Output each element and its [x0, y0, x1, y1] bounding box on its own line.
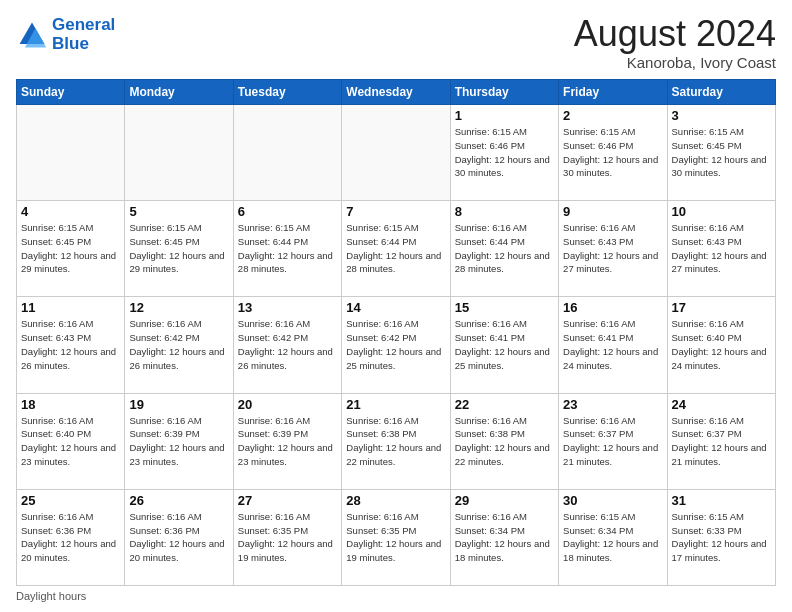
- day-number: 19: [129, 397, 228, 412]
- page: General Blue August 2024 Kanoroba, Ivory…: [0, 0, 792, 612]
- day-number: 7: [346, 204, 445, 219]
- day-info: Sunrise: 6:16 AM Sunset: 6:38 PM Dayligh…: [346, 414, 445, 469]
- calendar-week-2: 4Sunrise: 6:15 AM Sunset: 6:45 PM Daylig…: [17, 201, 776, 297]
- col-tuesday: Tuesday: [233, 80, 341, 105]
- calendar-cell: 10Sunrise: 6:16 AM Sunset: 6:43 PM Dayli…: [667, 201, 775, 297]
- header: General Blue August 2024 Kanoroba, Ivory…: [16, 16, 776, 71]
- footer: Daylight hours: [16, 590, 776, 602]
- calendar-cell: 3Sunrise: 6:15 AM Sunset: 6:45 PM Daylig…: [667, 105, 775, 201]
- calendar-cell: 20Sunrise: 6:16 AM Sunset: 6:39 PM Dayli…: [233, 393, 341, 489]
- day-info: Sunrise: 6:15 AM Sunset: 6:44 PM Dayligh…: [238, 221, 337, 276]
- calendar-cell: 31Sunrise: 6:15 AM Sunset: 6:33 PM Dayli…: [667, 489, 775, 585]
- calendar-cell: 8Sunrise: 6:16 AM Sunset: 6:44 PM Daylig…: [450, 201, 558, 297]
- day-info: Sunrise: 6:16 AM Sunset: 6:36 PM Dayligh…: [21, 510, 120, 565]
- logo-icon: [16, 19, 48, 51]
- calendar-cell: 7Sunrise: 6:15 AM Sunset: 6:44 PM Daylig…: [342, 201, 450, 297]
- day-number: 9: [563, 204, 662, 219]
- col-monday: Monday: [125, 80, 233, 105]
- calendar-cell: 16Sunrise: 6:16 AM Sunset: 6:41 PM Dayli…: [559, 297, 667, 393]
- day-number: 8: [455, 204, 554, 219]
- calendar-cell: 19Sunrise: 6:16 AM Sunset: 6:39 PM Dayli…: [125, 393, 233, 489]
- day-number: 14: [346, 300, 445, 315]
- day-info: Sunrise: 6:16 AM Sunset: 6:40 PM Dayligh…: [21, 414, 120, 469]
- day-info: Sunrise: 6:16 AM Sunset: 6:34 PM Dayligh…: [455, 510, 554, 565]
- day-info: Sunrise: 6:16 AM Sunset: 6:43 PM Dayligh…: [672, 221, 771, 276]
- day-number: 12: [129, 300, 228, 315]
- day-number: 13: [238, 300, 337, 315]
- day-number: 10: [672, 204, 771, 219]
- day-number: 17: [672, 300, 771, 315]
- calendar-cell: 15Sunrise: 6:16 AM Sunset: 6:41 PM Dayli…: [450, 297, 558, 393]
- daylight-label: Daylight hours: [16, 590, 86, 602]
- day-info: Sunrise: 6:16 AM Sunset: 6:39 PM Dayligh…: [238, 414, 337, 469]
- day-number: 18: [21, 397, 120, 412]
- day-number: 3: [672, 108, 771, 123]
- location: Kanoroba, Ivory Coast: [574, 54, 776, 71]
- day-info: Sunrise: 6:16 AM Sunset: 6:36 PM Dayligh…: [129, 510, 228, 565]
- calendar-week-3: 11Sunrise: 6:16 AM Sunset: 6:43 PM Dayli…: [17, 297, 776, 393]
- col-sunday: Sunday: [17, 80, 125, 105]
- calendar-week-1: 1Sunrise: 6:15 AM Sunset: 6:46 PM Daylig…: [17, 105, 776, 201]
- day-number: 25: [21, 493, 120, 508]
- calendar-week-5: 25Sunrise: 6:16 AM Sunset: 6:36 PM Dayli…: [17, 489, 776, 585]
- calendar-cell: [233, 105, 341, 201]
- day-number: 28: [346, 493, 445, 508]
- day-info: Sunrise: 6:15 AM Sunset: 6:33 PM Dayligh…: [672, 510, 771, 565]
- calendar-cell: 2Sunrise: 6:15 AM Sunset: 6:46 PM Daylig…: [559, 105, 667, 201]
- day-info: Sunrise: 6:15 AM Sunset: 6:45 PM Dayligh…: [672, 125, 771, 180]
- calendar-cell: 12Sunrise: 6:16 AM Sunset: 6:42 PM Dayli…: [125, 297, 233, 393]
- day-info: Sunrise: 6:16 AM Sunset: 6:42 PM Dayligh…: [346, 317, 445, 372]
- month-year: August 2024: [574, 16, 776, 52]
- day-number: 6: [238, 204, 337, 219]
- day-number: 21: [346, 397, 445, 412]
- col-wednesday: Wednesday: [342, 80, 450, 105]
- day-number: 5: [129, 204, 228, 219]
- calendar-cell: 17Sunrise: 6:16 AM Sunset: 6:40 PM Dayli…: [667, 297, 775, 393]
- calendar-cell: 23Sunrise: 6:16 AM Sunset: 6:37 PM Dayli…: [559, 393, 667, 489]
- day-info: Sunrise: 6:16 AM Sunset: 6:39 PM Dayligh…: [129, 414, 228, 469]
- day-info: Sunrise: 6:15 AM Sunset: 6:45 PM Dayligh…: [21, 221, 120, 276]
- calendar-cell: [125, 105, 233, 201]
- col-thursday: Thursday: [450, 80, 558, 105]
- day-info: Sunrise: 6:15 AM Sunset: 6:46 PM Dayligh…: [563, 125, 662, 180]
- calendar-cell: 28Sunrise: 6:16 AM Sunset: 6:35 PM Dayli…: [342, 489, 450, 585]
- calendar-cell: 21Sunrise: 6:16 AM Sunset: 6:38 PM Dayli…: [342, 393, 450, 489]
- day-info: Sunrise: 6:15 AM Sunset: 6:44 PM Dayligh…: [346, 221, 445, 276]
- day-number: 20: [238, 397, 337, 412]
- day-number: 31: [672, 493, 771, 508]
- day-info: Sunrise: 6:16 AM Sunset: 6:37 PM Dayligh…: [563, 414, 662, 469]
- day-info: Sunrise: 6:16 AM Sunset: 6:43 PM Dayligh…: [563, 221, 662, 276]
- day-info: Sunrise: 6:16 AM Sunset: 6:42 PM Dayligh…: [129, 317, 228, 372]
- day-number: 30: [563, 493, 662, 508]
- title-block: August 2024 Kanoroba, Ivory Coast: [574, 16, 776, 71]
- day-info: Sunrise: 6:15 AM Sunset: 6:34 PM Dayligh…: [563, 510, 662, 565]
- day-number: 2: [563, 108, 662, 123]
- calendar-cell: 5Sunrise: 6:15 AM Sunset: 6:45 PM Daylig…: [125, 201, 233, 297]
- calendar-cell: 24Sunrise: 6:16 AM Sunset: 6:37 PM Dayli…: [667, 393, 775, 489]
- day-info: Sunrise: 6:16 AM Sunset: 6:44 PM Dayligh…: [455, 221, 554, 276]
- calendar-cell: 9Sunrise: 6:16 AM Sunset: 6:43 PM Daylig…: [559, 201, 667, 297]
- day-number: 1: [455, 108, 554, 123]
- calendar-cell: 25Sunrise: 6:16 AM Sunset: 6:36 PM Dayli…: [17, 489, 125, 585]
- calendar-cell: 30Sunrise: 6:15 AM Sunset: 6:34 PM Dayli…: [559, 489, 667, 585]
- day-info: Sunrise: 6:16 AM Sunset: 6:37 PM Dayligh…: [672, 414, 771, 469]
- calendar-cell: 4Sunrise: 6:15 AM Sunset: 6:45 PM Daylig…: [17, 201, 125, 297]
- day-number: 26: [129, 493, 228, 508]
- calendar-cell: 18Sunrise: 6:16 AM Sunset: 6:40 PM Dayli…: [17, 393, 125, 489]
- day-info: Sunrise: 6:16 AM Sunset: 6:41 PM Dayligh…: [455, 317, 554, 372]
- calendar-table: Sunday Monday Tuesday Wednesday Thursday…: [16, 79, 776, 586]
- day-number: 29: [455, 493, 554, 508]
- calendar-cell: 14Sunrise: 6:16 AM Sunset: 6:42 PM Dayli…: [342, 297, 450, 393]
- calendar-cell: 26Sunrise: 6:16 AM Sunset: 6:36 PM Dayli…: [125, 489, 233, 585]
- logo: General Blue: [16, 16, 115, 53]
- calendar-cell: [342, 105, 450, 201]
- day-number: 16: [563, 300, 662, 315]
- calendar-cell: 29Sunrise: 6:16 AM Sunset: 6:34 PM Dayli…: [450, 489, 558, 585]
- day-info: Sunrise: 6:16 AM Sunset: 6:40 PM Dayligh…: [672, 317, 771, 372]
- day-info: Sunrise: 6:16 AM Sunset: 6:41 PM Dayligh…: [563, 317, 662, 372]
- calendar-body: 1Sunrise: 6:15 AM Sunset: 6:46 PM Daylig…: [17, 105, 776, 586]
- calendar-cell: 27Sunrise: 6:16 AM Sunset: 6:35 PM Dayli…: [233, 489, 341, 585]
- col-saturday: Saturday: [667, 80, 775, 105]
- day-info: Sunrise: 6:16 AM Sunset: 6:43 PM Dayligh…: [21, 317, 120, 372]
- calendar-header-row: Sunday Monday Tuesday Wednesday Thursday…: [17, 80, 776, 105]
